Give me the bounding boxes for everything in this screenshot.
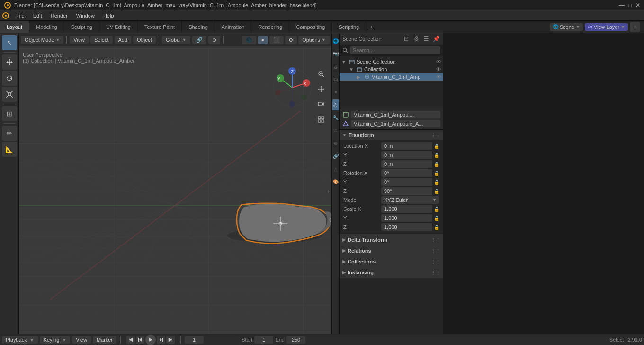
scale-z-input[interactable]: 1.000: [381, 223, 432, 231]
rotation-x-input[interactable]: 0°: [381, 169, 432, 177]
tab-uv-editing[interactable]: UV Editing: [99, 21, 138, 33]
collections-header[interactable]: ▶ Collections ⋮⋮: [340, 256, 443, 267]
viewport-overlays-button[interactable]: ⬛: [269, 36, 284, 44]
view-layer-props-icon[interactable]: 🗂: [332, 73, 339, 85]
end-frame-input[interactable]: 250: [286, 336, 305, 344]
add-workspace-button[interactable]: +: [366, 22, 376, 32]
scale-y-input[interactable]: 1.000: [381, 214, 432, 222]
tab-layout[interactable]: Layout: [0, 21, 29, 33]
transform-tool-button[interactable]: ⊞: [2, 106, 17, 121]
lock-z-icon[interactable]: 🔒: [434, 162, 439, 167]
data-props-icon[interactable]: △: [332, 163, 339, 174]
render-props-icon[interactable]: 📷: [332, 48, 339, 59]
lock-y-icon[interactable]: 🔒: [434, 153, 439, 158]
menu-file[interactable]: File: [12, 12, 28, 19]
modifier-props-icon[interactable]: 🔧: [332, 112, 339, 123]
snap-button[interactable]: 🔗: [192, 36, 206, 44]
viewport-gizmo-button[interactable]: ⊕: [285, 36, 297, 44]
outliner-settings-button[interactable]: ⚙: [412, 35, 420, 43]
jump-to-start-button[interactable]: [126, 336, 135, 344]
lock-rx-icon[interactable]: 🔒: [434, 171, 439, 176]
visibility-icon-2[interactable]: 👁: [436, 66, 441, 72]
move-tool-button[interactable]: [2, 54, 17, 70]
add-area-button[interactable]: +: [630, 22, 640, 32]
orientation-gizmo[interactable]: X Y Z: [271, 66, 313, 109]
outliner-pin-button[interactable]: 📌: [432, 35, 440, 43]
pan-button[interactable]: [314, 82, 328, 96]
tab-scripting[interactable]: Scripting: [332, 21, 366, 33]
tab-texture-paint[interactable]: Texture Paint: [138, 21, 182, 33]
outliner-item-object[interactable]: ▶ Vitamin_C_1ml_Amp 👁: [340, 73, 443, 81]
outliner-view-button[interactable]: ☰: [422, 35, 430, 43]
material-props-icon[interactable]: 🎨: [332, 176, 339, 187]
outliner-item-collection[interactable]: ▼ Collection 👁: [340, 65, 443, 73]
object-props-icon[interactable]: ◎: [332, 99, 339, 110]
transform-section-header[interactable]: ▼ Transform ⋮⋮: [340, 130, 443, 140]
minimize-button[interactable]: —: [619, 2, 625, 9]
tab-animation[interactable]: Animation: [215, 21, 252, 33]
play-button[interactable]: [145, 335, 156, 345]
close-button[interactable]: ✕: [635, 2, 640, 9]
location-x-input[interactable]: 0 m: [381, 142, 432, 150]
menu-edit[interactable]: Edit: [29, 12, 46, 19]
scene-props-icon[interactable]: 🌐: [332, 35, 339, 46]
relations-header[interactable]: ▶ Relations ⋮⋮: [340, 245, 443, 256]
tab-rendering[interactable]: Rendering: [251, 21, 289, 33]
lock-sx-icon[interactable]: 🔒: [434, 207, 439, 212]
options-button[interactable]: Options ▼: [298, 36, 330, 44]
annotate-tool-button[interactable]: ✏: [2, 126, 17, 141]
object-menu[interactable]: Object: [133, 36, 156, 44]
particles-props-icon[interactable]: ∴: [332, 125, 339, 136]
viewport-shading-solid[interactable]: ●: [258, 36, 268, 44]
visibility-icon-3[interactable]: 👁: [436, 74, 441, 80]
outliner-filter-button[interactable]: ⊟: [402, 35, 411, 43]
outliner-search-input[interactable]: [350, 46, 440, 54]
instancing-header[interactable]: ▶ Instancing ⋮⋮: [340, 267, 443, 278]
proportional-button[interactable]: ⊙: [208, 36, 220, 44]
current-frame-input[interactable]: 1: [185, 336, 204, 344]
rotate-tool-button[interactable]: [2, 71, 17, 86]
playback-button[interactable]: Playback ▼: [2, 336, 38, 344]
rotation-z-input[interactable]: 90°: [381, 187, 432, 195]
3d-viewport[interactable]: Object Mode ▼ View Select Add Object Glo…: [19, 33, 331, 334]
viewport-render-button[interactable]: 🌑: [242, 36, 256, 44]
scene-data-props-icon[interactable]: ✦: [332, 86, 339, 98]
measure-tool-button[interactable]: 📐: [2, 142, 17, 157]
tab-sculpting[interactable]: Sculpting: [64, 21, 99, 33]
jump-to-end-button[interactable]: [166, 336, 175, 344]
transform-selector[interactable]: Global ▼: [162, 36, 190, 44]
menu-window[interactable]: Window: [72, 12, 98, 19]
timeline-scrubber[interactable]: [207, 336, 236, 344]
select-menu[interactable]: Select: [90, 36, 113, 44]
mesh-name-input[interactable]: Vitamin_C_1ml_Ampoule_A...: [351, 120, 440, 127]
step-back-button[interactable]: [136, 336, 144, 344]
constraints-props-icon[interactable]: 🔗: [332, 150, 339, 162]
physics-props-icon[interactable]: ⊕: [332, 137, 339, 149]
tab-modeling[interactable]: Modeling: [29, 21, 64, 33]
keying-button[interactable]: Keying ▼: [40, 336, 71, 344]
zoom-button[interactable]: [314, 67, 328, 81]
output-props-icon[interactable]: 🖨: [332, 61, 339, 72]
grid-view-button[interactable]: [314, 113, 328, 126]
lock-sy-icon[interactable]: 🔒: [434, 216, 439, 221]
tab-compositing[interactable]: Compositing: [289, 21, 332, 33]
rotation-mode-selector[interactable]: XYZ Euler ▼: [381, 196, 439, 204]
select-tool-button[interactable]: ↖: [2, 35, 17, 50]
collapse-panel-button[interactable]: ›: [326, 182, 331, 200]
lock-x-icon[interactable]: 🔒: [434, 144, 439, 149]
location-y-input[interactable]: 0 m: [381, 151, 432, 159]
delta-transform-header[interactable]: ▶ Delta Transform ⋮⋮: [340, 235, 443, 245]
rotation-y-input[interactable]: 0°: [381, 178, 432, 186]
lock-rz-icon[interactable]: 🔒: [434, 189, 439, 194]
view-layer-selector[interactable]: 🗂 View Layer ▼: [585, 23, 628, 31]
view-timeline-button[interactable]: View: [72, 336, 91, 344]
tab-shading[interactable]: Shading: [182, 21, 215, 33]
outliner-item-scene-collection[interactable]: ▼ Scene Collection 👁: [340, 58, 443, 65]
scene-selector[interactable]: 🌐 Scene ▼: [550, 23, 583, 31]
step-forward-button[interactable]: [157, 336, 165, 344]
add-menu[interactable]: Add: [115, 36, 132, 44]
view-menu[interactable]: View: [70, 36, 89, 44]
object-mode-selector[interactable]: Object Mode ▼: [21, 36, 63, 44]
object-name-input[interactable]: Vitamin_C_1ml_Ampoul...: [351, 111, 440, 118]
location-z-input[interactable]: 0 m: [381, 160, 432, 168]
